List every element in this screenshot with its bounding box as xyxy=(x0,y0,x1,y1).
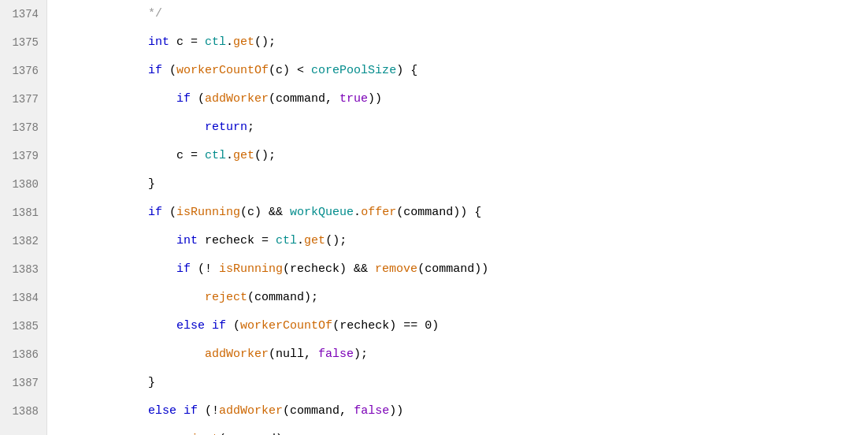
code-line: if (workerCountOf(c) < corePoolSize) { xyxy=(63,57,868,85)
code-line: else if (workerCountOf(recheck) == 0) xyxy=(63,312,868,340)
code-line: if (addWorker(command, true)) xyxy=(63,85,868,113)
line-number: 1383 xyxy=(8,255,39,284)
line-number: 1385 xyxy=(8,312,39,340)
code-line: addWorker(null, false); xyxy=(63,340,868,369)
code-line: int c = ctl.get(); xyxy=(63,28,868,57)
line-number: 1379 xyxy=(8,142,39,170)
code-line: return; xyxy=(63,113,868,142)
line-number: 1377 xyxy=(8,85,39,113)
code-line: reject(command); xyxy=(63,284,868,312)
line-number: 1378 xyxy=(8,113,39,142)
code-line: else if (!addWorker(command, false)) xyxy=(63,397,868,426)
line-number: 1386 xyxy=(8,340,39,369)
line-number: 1382 xyxy=(8,227,39,255)
line-number-gutter: 1374137513761377137813791380138113821383… xyxy=(0,0,47,435)
code-line: } xyxy=(63,369,868,397)
code-line: if (! isRunning(recheck) && remove(comma… xyxy=(63,255,868,284)
line-number: 1381 xyxy=(8,199,39,227)
line-number: 1375 xyxy=(8,28,39,57)
code-editor: 1374137513761377137813791380138113821383… xyxy=(0,0,868,435)
line-number: 1374 xyxy=(8,0,39,28)
line-number: 1387 xyxy=(8,369,39,397)
code-line: */ xyxy=(63,0,868,28)
line-number: 1389 xyxy=(8,426,39,435)
code-line: if (isRunning(c) && workQueue.offer(comm… xyxy=(63,199,868,227)
code-line: int recheck = ctl.get(); xyxy=(63,227,868,255)
line-number: 1376 xyxy=(8,57,39,85)
line-number: 1388 xyxy=(8,397,39,426)
code-line: c = ctl.get(); xyxy=(63,142,868,170)
code-line: reject(command); xyxy=(63,426,868,435)
code-line: } xyxy=(63,170,868,199)
line-number: 1384 xyxy=(8,284,39,312)
code-content: */ int c = ctl.get(); if (workerCountOf(… xyxy=(47,0,868,435)
line-number: 1380 xyxy=(8,170,39,199)
